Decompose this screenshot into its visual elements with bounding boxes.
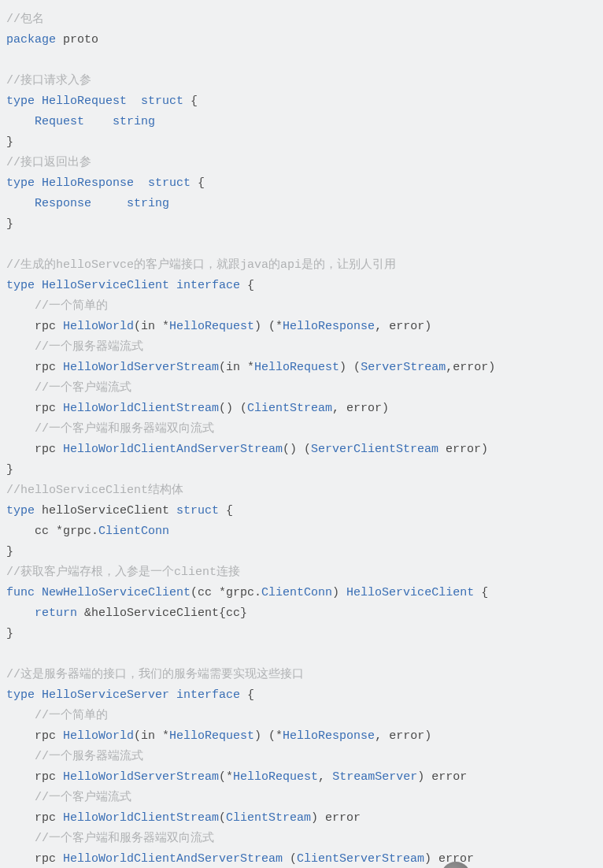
- code-token: Response: [35, 197, 91, 210]
- code-token: HelloResponse: [283, 320, 375, 333]
- code-token: ClientConn: [261, 586, 332, 599]
- code-token: [35, 688, 42, 702]
- code-token: , error): [375, 320, 431, 333]
- code-token: HelloRequest: [42, 95, 127, 108]
- code-token: ClientStream: [226, 811, 311, 825]
- code-token: HelloRequest: [254, 361, 339, 374]
- code-line: [6, 238, 13, 251]
- code-token: () (: [283, 443, 311, 456]
- code-line: return &helloServiceClient{cc}: [6, 606, 247, 620]
- code-token: rpc: [6, 811, 63, 825]
- code-token: ServerClientStream: [311, 443, 438, 456]
- code-line: //一个服务器端流式: [6, 750, 143, 763]
- code-line: //获取客户端存根，入参是一个client连接: [6, 566, 240, 579]
- code-line: func NewHelloServiceClient(cc *grpc.Clie…: [6, 586, 488, 599]
- code-token: HelloRequest: [169, 320, 254, 333]
- code-token: HelloWorld: [63, 729, 134, 743]
- code-token: (in *: [134, 320, 169, 333]
- code-token: {: [240, 688, 254, 702]
- code-line: //一个简单的: [6, 299, 108, 313]
- code-token: HelloResponse: [42, 176, 134, 190]
- code-token: proto: [56, 33, 98, 46]
- code-token: ): [332, 586, 346, 599]
- code-token: [134, 176, 148, 190]
- code-line: //一个客户端和服务器端双向流式: [6, 422, 214, 436]
- code-token: func: [6, 586, 35, 599]
- code-line: type HelloResponse struct {: [6, 176, 205, 190]
- code-token: //一个客户端流式: [35, 791, 131, 804]
- code-token: (in *: [134, 729, 169, 743]
- code-token: ) error: [311, 811, 361, 825]
- code-token: {: [474, 586, 488, 599]
- code-line: type HelloServiceServer interface {: [6, 688, 254, 702]
- code-line: //一个服务器端流式: [6, 340, 143, 354]
- code-token: //一个简单的: [35, 299, 108, 313]
- code-line: rpc HelloWorldServerStream(in *HelloRequ…: [6, 361, 495, 374]
- code-token: , error): [332, 402, 389, 415]
- code-line: type HelloRequest struct {: [6, 95, 198, 108]
- code-token: ,error): [446, 361, 495, 374]
- code-token: [6, 709, 35, 722]
- code-token: {: [240, 279, 254, 292]
- code-token: ServerStream: [361, 361, 446, 374]
- code-token: [6, 832, 35, 845]
- code-token: //接口请求入参: [6, 74, 91, 87]
- code-line: Request string: [6, 115, 155, 128]
- code-token: [35, 279, 42, 292]
- code-line: [6, 647, 13, 661]
- wechat-icon: [441, 862, 471, 868]
- code-line: type HelloServiceClient interface {: [6, 279, 254, 292]
- code-token: HelloServiceServer: [42, 688, 169, 702]
- code-line: //helloServiceClient结构体: [6, 484, 183, 497]
- code-token: , error): [375, 729, 431, 743]
- code-line: //一个客户端和服务器端双向流式: [6, 832, 214, 845]
- code-token: ClientConn: [98, 525, 169, 538]
- code-token: //一个客户端和服务器端双向流式: [35, 832, 214, 845]
- code-token: rpc: [6, 729, 63, 743]
- code-token: }: [6, 217, 13, 231]
- code-token: rpc: [6, 770, 63, 784]
- code-line: rpc HelloWorldClientStream() (ClientStre…: [6, 402, 389, 415]
- code-token: (: [219, 811, 226, 825]
- code-token: type: [6, 688, 35, 702]
- code-line: //一个客户端流式: [6, 381, 131, 395]
- code-token: cc *grpc.: [6, 525, 98, 538]
- code-token: rpc: [6, 402, 63, 415]
- code-token: [6, 381, 35, 395]
- code-token: type: [6, 504, 35, 517]
- code-token: {: [183, 95, 198, 108]
- code-token: Request: [35, 115, 84, 128]
- code-token: helloServiceClient: [35, 504, 176, 517]
- code-token: ) (*: [254, 729, 283, 743]
- code-token: HelloWorldServerStream: [63, 361, 219, 374]
- code-token: }: [6, 463, 13, 477]
- code-token: StreamServer: [332, 770, 417, 784]
- code-line: Response string: [6, 197, 169, 210]
- code-token: [169, 279, 176, 292]
- code-token: [91, 197, 127, 210]
- code-token: ClientServerStream: [297, 852, 424, 866]
- code-line: rpc HelloWorldClientStream(ClientStream)…: [6, 811, 361, 825]
- code-token: struct: [141, 95, 183, 108]
- code-line: }: [6, 217, 13, 231]
- code-token: [6, 115, 35, 128]
- code-token: struct: [176, 504, 219, 517]
- code-token: //一个服务器端流式: [35, 750, 143, 763]
- code-line: }: [6, 627, 13, 640]
- code-token: [35, 176, 42, 190]
- code-token: //接口返回出参: [6, 156, 91, 169]
- code-line: rpc HelloWorldClientAndServerStream (Cli…: [6, 852, 474, 866]
- code-token: (cc *grpc.: [191, 586, 261, 599]
- code-token: HelloWorldClientAndServerStream: [63, 443, 283, 456]
- code-token: HelloWorldClientStream: [63, 402, 219, 415]
- code-token: HelloServiceClient: [42, 279, 169, 292]
- code-token: type: [6, 279, 35, 292]
- code-line: //一个客户端流式: [6, 791, 131, 804]
- code-token: &helloServiceClient{cc}: [77, 606, 247, 620]
- code-token: error): [438, 443, 488, 456]
- code-line: }: [6, 135, 13, 149]
- code-token: interface: [176, 279, 240, 292]
- code-token: [127, 95, 141, 108]
- code-token: [35, 95, 42, 108]
- code-line: [6, 54, 13, 67]
